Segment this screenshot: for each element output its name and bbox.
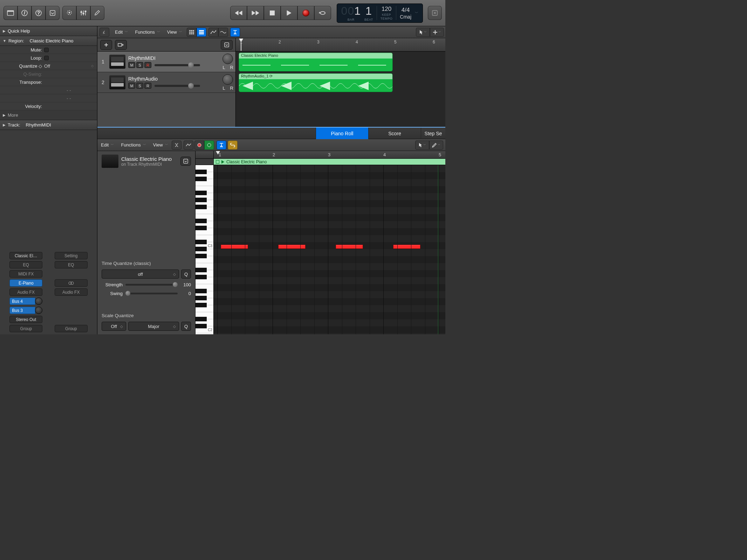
note-grid[interactable] xyxy=(214,165,445,334)
track-disclosure[interactable]: ▶Track: RhythmMIDI xyxy=(0,120,97,130)
strength-slider[interactable] xyxy=(125,284,178,286)
stereo-slot[interactable] xyxy=(55,279,88,287)
grid-view-icon[interactable] xyxy=(187,28,197,37)
region-menu-button[interactable] xyxy=(180,157,191,166)
midi-note[interactable] xyxy=(336,245,363,249)
library-button[interactable] xyxy=(4,6,18,20)
plugin-slot[interactable]: E-Piano xyxy=(9,279,42,287)
solo-button[interactable]: S xyxy=(136,62,143,68)
flex-icon[interactable] xyxy=(218,28,228,37)
track-row-1[interactable]: 1 RhythmMIDI M S R LR xyxy=(97,52,235,72)
region-disclosure[interactable]: ▼Region: Classic Electric Piano xyxy=(0,36,97,46)
midi-in-icon[interactable] xyxy=(194,141,204,150)
swing-slider[interactable] xyxy=(125,293,178,294)
midi-out-icon[interactable] xyxy=(204,141,214,150)
more-disclosure[interactable]: ▶More xyxy=(0,110,97,120)
pointer-tool[interactable]: ﹀ xyxy=(415,141,429,150)
edit-menu[interactable]: Edit﹀ xyxy=(111,28,131,37)
instrument-slot[interactable]: Classic El… xyxy=(9,252,42,259)
back-button[interactable] xyxy=(100,28,109,37)
tab-score[interactable]: Score xyxy=(368,128,421,139)
automation-icon[interactable] xyxy=(184,141,193,150)
view-menu[interactable]: View﹀ xyxy=(164,28,186,37)
toolbar-button[interactable] xyxy=(46,6,60,20)
record-enable-button[interactable]: R xyxy=(144,62,151,68)
mixer-button[interactable] xyxy=(76,6,90,20)
setting-slot[interactable]: Setting xyxy=(55,252,88,259)
link-icon[interactable] xyxy=(228,141,238,150)
pointer-tool[interactable]: ﹀ xyxy=(416,28,430,37)
solo-button[interactable]: S xyxy=(136,83,143,89)
tab-step-sequencer[interactable]: Step Se xyxy=(421,128,445,139)
pencil-tool[interactable]: ﹀ xyxy=(429,141,443,150)
rewind-button[interactable] xyxy=(230,6,247,20)
pr-edit-menu[interactable]: Edit﹀ xyxy=(97,141,117,150)
send-knob-1[interactable] xyxy=(35,298,42,305)
smart-controls-button[interactable] xyxy=(62,6,76,20)
catch-playhead-icon[interactable] xyxy=(230,28,240,37)
pan-knob[interactable] xyxy=(222,74,233,85)
output-slot[interactable]: Stereo Out xyxy=(9,316,42,323)
send-knob-2[interactable] xyxy=(35,307,42,314)
audiofx-slot-2[interactable]: Audio FX xyxy=(55,288,88,296)
region-lanes[interactable]: Classic Electric Piano RhythmAudio_1 ⟳ xyxy=(236,52,445,127)
param-loop[interactable]: Loop: xyxy=(0,54,97,62)
piano-keyboard[interactable]: C3C2 xyxy=(196,165,214,334)
record-enable-button[interactable]: R xyxy=(144,83,151,89)
param-velocity[interactable]: Velocity: xyxy=(0,102,97,110)
quantize-button[interactable]: Q xyxy=(181,269,191,279)
track-row-2[interactable]: 2 RhythmAudio M S R LR xyxy=(97,72,235,93)
scale-quantize-button[interactable]: Q xyxy=(181,322,191,331)
send-bus-3[interactable]: Bus 3 xyxy=(9,307,42,314)
mute-button[interactable]: M xyxy=(128,83,135,89)
functions-menu[interactable]: Functions﹀ xyxy=(131,28,163,37)
lcd-chevron-icon[interactable]: ﹀ xyxy=(415,11,418,15)
pan-knob[interactable] xyxy=(222,54,233,64)
eq-slot-2[interactable]: EQ xyxy=(55,261,88,268)
catch-icon[interactable] xyxy=(217,141,226,150)
send-bus-4[interactable]: Bus 4 xyxy=(9,298,42,305)
pr-functions-menu[interactable]: Functions﹀ xyxy=(117,141,149,150)
quickhelp-button[interactable]: ? xyxy=(32,6,46,20)
midi-note[interactable] xyxy=(278,245,306,249)
volume-slider[interactable] xyxy=(155,64,200,66)
loop-checkbox[interactable] xyxy=(44,56,49,60)
inspector-button[interactable]: i xyxy=(18,6,32,20)
scale-root-select[interactable]: Off xyxy=(102,322,126,331)
mute-checkbox[interactable] xyxy=(44,48,49,52)
param-quantize[interactable]: Quantize ◇Off◇ xyxy=(0,62,97,70)
time-quantize-select[interactable]: off xyxy=(102,269,179,279)
automation-icon[interactable] xyxy=(208,28,218,37)
forward-button[interactable] xyxy=(247,6,264,20)
editors-button[interactable] xyxy=(90,6,104,20)
param-mute[interactable]: Mute: xyxy=(0,46,97,54)
group-slot-2[interactable]: Group xyxy=(55,325,88,332)
record-button[interactable] xyxy=(297,6,314,20)
collapse-icon[interactable] xyxy=(172,141,181,150)
add-track-button[interactable] xyxy=(100,40,112,50)
midifx-slot[interactable]: MIDI FX xyxy=(9,270,42,278)
audio-region[interactable]: RhythmAudio_1 ⟳ xyxy=(239,73,393,92)
stop-button[interactable] xyxy=(264,6,281,20)
param-transpose[interactable]: Transpose: xyxy=(0,78,97,86)
global-tracks-button[interactable] xyxy=(221,40,233,50)
play-button[interactable] xyxy=(281,6,297,20)
cycle-button[interactable] xyxy=(314,6,331,20)
tab-piano-roll[interactable]: Piano Roll xyxy=(316,128,368,139)
audiofx-slot[interactable]: Audio FX xyxy=(9,288,42,296)
midi-note[interactable] xyxy=(221,245,248,249)
pr-view-menu[interactable]: View﹀ xyxy=(150,141,172,150)
pianoroll-region-bar[interactable]: Classic Electric Piano xyxy=(196,159,445,165)
lcd-display[interactable]: 001BAR 1BEAT 120KEEPTEMPO 4/4Cmaj ﹀ xyxy=(337,4,423,23)
group-slot[interactable]: Group xyxy=(9,325,42,332)
master-volume-button[interactable] xyxy=(428,6,442,20)
scale-type-select[interactable]: Major xyxy=(128,322,179,331)
pianoroll-ruler[interactable]: 1 2 3 4 5 xyxy=(196,151,445,159)
duplicate-track-button[interactable] xyxy=(115,40,127,50)
list-view-icon[interactable] xyxy=(197,28,206,37)
pencil-tool[interactable]: ﹀ xyxy=(430,28,444,37)
quickhelp-disclosure[interactable]: ▶Quick Help xyxy=(0,26,97,36)
mute-button[interactable]: M xyxy=(128,62,135,68)
midi-region[interactable]: Classic Electric Piano xyxy=(239,53,393,71)
eq-slot[interactable]: EQ xyxy=(9,261,42,268)
